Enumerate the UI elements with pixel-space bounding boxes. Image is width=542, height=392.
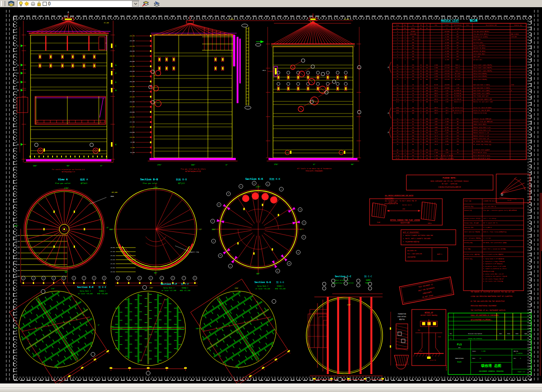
svg-text:4: 4 [420,138,421,139]
svg-text:Flue gas inlet duct by others: Flue gas inlet duct by others [181,168,206,170]
svg-text:EMISSION MONITORING EQUIPMENT.: EMISSION MONITORING EQUIPMENT. [471,305,498,307]
svg-text:NOTE 3: NOTE 3 [437,253,442,255]
svg-text:9: 9 [104,277,105,279]
svg-text:350: 350 [412,53,414,55]
svg-text:1: 1 [405,152,405,153]
svg-text:200: 200 [426,87,428,89]
svg-text:4. Oxidation lances 2 off 氧化枪: 4. Oxidation lances 2 off 氧化枪 [483,266,506,267]
svg-text:2×660MW FGD Absorber: 2×660MW FGD Absorber [483,200,498,202]
svg-text:M6: M6 [412,121,414,122]
svg-text:1: 1 [405,87,405,89]
svg-text:3: 3 [139,277,140,279]
svg-text:90°: 90° [256,273,260,275]
svg-text:L/80: L/80 [456,87,459,89]
layer-stack-icon [8,1,15,6]
svg-text:F: F [18,72,19,74]
layer-dropdown[interactable]: 0 [17,0,140,7]
svg-text:M: M [278,270,278,272]
svg-text:Bank 2: Bank 2 [455,67,460,69]
svg-text:剖面 B-B: 剖面 B-B [176,178,187,181]
svg-text:M.500: M.500 [445,127,449,128]
svg-text:0°: 0° [300,228,303,231]
section-e-e: Section E-ESpray Bank 1at level +16,440剖… [4,275,115,383]
svg-text:1: 1 [117,277,118,279]
svg-text:烟气进口烟道由外方供货: 烟气进口烟道由外方供货 [185,170,201,172]
svg-text:+25,600: +25,600 [15,258,20,260]
svg-text:M.500: M.500 [445,130,449,131]
svg-text:L/50: L/50 [445,152,449,153]
layer-previous-icon [153,1,160,7]
svg-text:J: J [397,53,398,55]
view-a: View AFlue gas outlet视图 A烟气出口+32,000+30,… [14,178,117,286]
svg-text:500: 500 [412,135,414,137]
svg-text:Design pressure 设计压力: Design pressure 设计压力 [464,218,481,219]
layers-toolbar: 0 [0,0,542,8]
layer-properties-button[interactable] [6,0,16,7]
svg-text:Foundation drain 基础排水: Foundation drain 基础排水 [473,149,490,151]
status-strip-bottom[interactable] [0,388,542,392]
layer-plot-icon[interactable] [31,1,35,6]
svg-text:10: 10 [404,155,406,157]
section-c-c: Section C-CMist eliminatorSupporting con… [306,275,384,382]
svg-text:L/50: L/50 [445,99,449,100]
svg-text:喷淋层 1: 喷淋层 1 [99,290,106,292]
svg-text:R7,100: R7,100 [104,22,109,24]
svg-text:5: 5 [161,277,162,279]
svg-text:4: 4 [420,132,421,134]
svg-text:1: 1 [405,31,405,32]
toolbar-grip[interactable] [1,1,5,6]
svg-text:4: 4 [420,90,421,91]
svg-text:W1: W1 [397,149,398,151]
svg-text:1: 1 [405,132,405,134]
svg-text:4: 4 [420,113,421,114]
svg-text:Test 试验: Test 试验 [464,248,471,250]
svg-text:BM: BM [457,130,458,131]
make-layer-current-button[interactable] [141,0,150,7]
cad-drawing[interactable]: AR7,100CCGGFFEEBBKK180°90°0°For nozzle o… [0,7,542,383]
svg-text:Ø800: Ø800 [110,196,114,197]
svg-text:ANCHOR CHAIR 地脚详图: ANCHOR CHAIR 地脚详图 [420,314,437,316]
drawing-canvas[interactable]: AR7,100CCGGFFEEBBKK180°90°0°For nozzle o… [0,7,542,383]
svg-text:250: 250 [426,73,428,74]
svg-text:V2: V2 [397,144,398,145]
layer-previous-button[interactable] [151,0,161,7]
cad-application-window: 0 AR7,100CCGGFFEEB [0,0,542,392]
svg-text:Manhole spray bank 2 人孔: Manhole spray bank 2 人孔 [473,129,490,131]
layer-color-swatch[interactable] [43,2,47,6]
svg-text:200.0: 200.0 [434,110,438,111]
svg-text:Date: Date [499,333,502,335]
svg-text:250: 250 [412,149,414,151]
svg-text:D: D [268,183,269,185]
svg-text:200.0: 200.0 [434,113,438,114]
svg-text:+19,240: +19,240 [445,70,449,72]
svg-text:+17,740: +17,740 [129,121,135,123]
svg-text:Flue gas inlet: Flue gas inlet [143,182,157,184]
svg-text:7. Lining by sub-supplier 衬里分: 7. Lining by sub-supplier 衬里分包 [483,275,507,277]
svg-text:N1: N1 [397,73,398,74]
layer-lock-icon[interactable] [37,1,41,6]
svg-text:B: B [115,89,117,91]
svg-text:4: 4 [420,127,421,128]
svg-text:200: 200 [426,101,428,103]
svg-text:A: A [397,31,398,32]
layer-on-bulb-icon[interactable] [19,1,23,6]
svg-text:ECO5: ECO5 [435,124,438,125]
svg-text:+20,800: +20,800 [15,276,20,277]
svg-text:10.5: 10.5 [445,113,449,114]
svg-text:30°: 30° [457,48,459,49]
svg-text:325: 325 [426,107,428,109]
svg-text:1: 1 [23,277,24,279]
elevation-view-1: AR7,100CCGGFFEEBBKK180°90°0°For nozzle o… [17,11,117,173]
svg-text:BY THE SUB-SUPPLIER FOR THE RE: BY THE SUB-SUPPLIER FOR THE RESPECTIVE [471,301,504,302]
svg-text:1: 1 [405,121,405,122]
layer-dropdown-chevron[interactable] [132,1,139,7]
svg-text:180°: 180° [109,228,114,231]
svg-text:Size: Size [472,358,476,359]
svg-text:+4,400: +4,400 [445,48,449,49]
svg-text:AUTOCAD: AUTOCAD [445,365,447,370]
svg-text:1: 1 [405,107,405,109]
layer-thaw-sun-icon[interactable] [24,1,29,6]
svg-text:1: 1 [405,118,405,120]
svg-text:250: 250 [412,67,414,69]
svg-text:T.200: T.200 [434,158,438,159]
